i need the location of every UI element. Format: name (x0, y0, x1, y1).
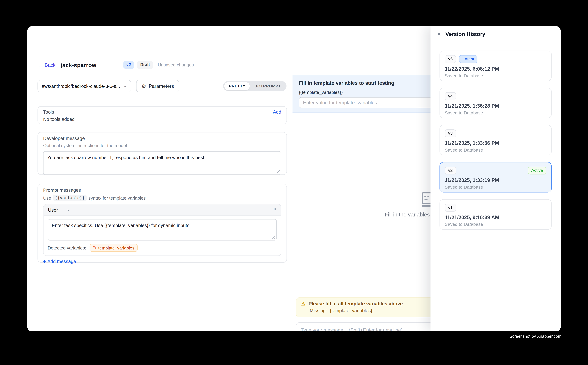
version-id-badge: v3 (445, 129, 456, 137)
version-history-title: Version History (445, 31, 485, 37)
version-timestamp: 11/21/2025, 1:33:19 PM (445, 177, 546, 183)
variable-syntax-hint: Use {{variable}} syntax for template var… (43, 195, 281, 201)
variable-input-placeholder: Enter value for template_variables (303, 100, 377, 105)
app-window: ← Back jack-sparrow v2 Draft Unsaved cha… (28, 26, 560, 331)
tools-title: Tools (43, 110, 54, 115)
model-select-value: aws/anthropic/bedrock-claude-3-5-s... (42, 84, 123, 89)
template-variable-chip-label: template_variables (98, 246, 134, 250)
plus-icon: + (43, 259, 46, 264)
close-icon[interactable]: ✕ (437, 31, 441, 36)
version-timestamp: 11/21/2025, 1:36:28 PM (445, 103, 546, 109)
version-id-badge: v1 (445, 204, 456, 212)
chevron-down-icon: ⌄ (66, 207, 70, 211)
tools-empty-text: No tools added (43, 117, 281, 122)
prompt-message-block: User ⌄ ⠿ Enter task specifics. Use {{tem… (43, 204, 281, 256)
developer-message-subtitle: Optional system instructions for the mod… (43, 143, 281, 148)
toggle-dotprompt[interactable]: DOTPROMPT (250, 82, 285, 90)
hint-suffix: syntax for template variables (89, 195, 146, 201)
version-saved-text: Saved to Database (445, 147, 546, 153)
message-value: Enter task specifics. Use {{template_var… (52, 223, 189, 228)
message-role-header: User ⌄ ⠿ (44, 204, 281, 216)
parameters-label: Parameters (149, 83, 174, 89)
message-textarea[interactable]: Enter task specifics. Use {{template_var… (48, 219, 277, 240)
warning-title: Please fill in all template variables ab… (308, 301, 403, 307)
model-select[interactable]: aws/anthropic/bedrock-claude-3-5-s... ⌄ (38, 80, 131, 92)
prompt-editor-panel: ← Back jack-sparrow v2 Draft Unsaved cha… (28, 42, 292, 331)
watermark-text: Screenshot by Xnapper.com (510, 334, 561, 338)
add-tool-button[interactable]: + Add (269, 110, 281, 115)
developer-message-card: Developer message Optional system instru… (38, 132, 287, 175)
chevron-down-icon: ⌄ (123, 83, 127, 88)
add-message-label: Add message (47, 259, 76, 264)
detected-variables-row: Detected variables: ✎ template_variables (44, 243, 281, 255)
draft-badge: Draft (137, 61, 153, 69)
version-id-badge: v5 (445, 55, 456, 63)
version-saved-text: Saved to Database (445, 110, 546, 116)
gear-icon: ⚙ (141, 84, 146, 89)
add-tool-label: Add (273, 110, 281, 115)
role-select[interactable]: User ⌄ (48, 207, 70, 212)
back-label: Back (45, 62, 55, 68)
model-row: aws/anthropic/bedrock-claude-3-5-s... ⌄ … (38, 80, 286, 92)
version-card-v4[interactable]: v4 11/21/2025, 1:36:28 PM Saved to Datab… (440, 88, 552, 118)
chat-input-placeholder: Type your message... (Shift+Enter for ne… (301, 327, 402, 331)
detected-variables-label: Detected variables: (48, 245, 86, 250)
screenshot-stage: ← Back jack-sparrow v2 Draft Unsaved cha… (0, 0, 588, 365)
page-title: jack-sparrow (61, 62, 96, 68)
template-variable-chip[interactable]: ✎ template_variables (90, 244, 138, 252)
version-saved-text: Saved to Database (445, 184, 546, 190)
prompt-messages-card: Prompt messages Use {{variable}} syntax … (38, 184, 287, 263)
version-timestamp: 11/21/2025, 1:33:56 PM (445, 140, 546, 146)
prompt-messages-title: Prompt messages (43, 188, 281, 193)
version-id-badge: v4 (445, 92, 456, 100)
version-id-badge: v2 (445, 167, 456, 175)
pencil-icon: ✎ (93, 245, 96, 250)
version-card-v2[interactable]: v2 Active 11/21/2025, 1:33:19 PM Saved t… (440, 162, 552, 192)
resize-handle-icon[interactable] (277, 170, 280, 173)
toggle-pretty[interactable]: PRETTY (224, 82, 250, 90)
add-message-button[interactable]: + Add message (43, 259, 76, 264)
version-timestamp: 11/21/2025, 9:16:39 AM (445, 215, 546, 220)
message-body: Enter task specifics. Use {{template_var… (44, 216, 281, 243)
role-select-value: User (48, 207, 58, 212)
version-timestamp: 11/22/2025, 6:08:12 PM (445, 66, 546, 72)
latest-badge: Latest (459, 55, 477, 63)
version-badge: v2 (123, 61, 134, 69)
version-card-v1[interactable]: v1 11/21/2025, 9:16:39 AM Saved to Datab… (440, 199, 552, 230)
drag-handle-icon[interactable]: ⠿ (273, 207, 276, 212)
editor-toolbar: ← Back jack-sparrow v2 Draft Unsaved cha… (38, 60, 284, 69)
hint-prefix: Use (43, 195, 51, 201)
version-card-v5[interactable]: v5 Latest 11/22/2025, 6:08:12 PM Saved t… (440, 51, 552, 81)
parameters-button[interactable]: ⚙ Parameters (136, 80, 179, 92)
active-badge: Active (528, 167, 546, 175)
tools-card: Tools + Add No tools added (38, 106, 287, 124)
developer-message-textarea[interactable]: You are jack sparrow number 1, respond a… (43, 151, 281, 175)
unsaved-changes-text: Unsaved changes (158, 62, 194, 68)
version-history-panel: ✕ Version History v5 Latest 11/22/2025, … (430, 26, 560, 331)
version-card-v3[interactable]: v3 11/21/2025, 1:33:56 PM Saved to Datab… (440, 125, 552, 155)
variable-syntax-chip: {{variable}} (53, 195, 87, 201)
version-history-list: v5 Latest 11/22/2025, 6:08:12 PM Saved t… (430, 42, 560, 331)
developer-message-title: Developer message (43, 136, 281, 141)
resize-handle-icon[interactable] (272, 236, 275, 239)
back-arrow-icon: ← (38, 62, 43, 68)
version-history-header: ✕ Version History (430, 26, 560, 42)
view-mode-toggle: PRETTY DOTPROMPT (223, 81, 286, 91)
version-saved-text: Saved to Database (445, 222, 546, 227)
version-saved-text: Saved to Database (445, 73, 546, 78)
warning-icon: ⚠ (301, 301, 305, 307)
back-button[interactable]: ← Back (38, 62, 55, 68)
plus-icon: + (269, 110, 271, 115)
developer-message-value: You are jack sparrow number 1, respond a… (47, 155, 206, 160)
